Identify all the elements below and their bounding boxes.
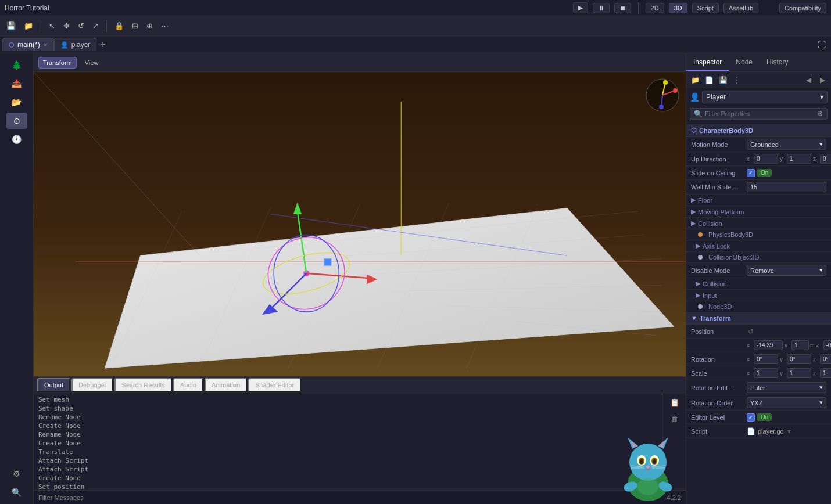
viewport[interactable]: Perspective: [34, 72, 686, 376]
scale-value: x y z: [747, 368, 831, 378]
filter-input[interactable]: [705, 110, 815, 117]
log-line-3: Rename Node: [38, 413, 658, 422]
view-button[interactable]: View: [80, 57, 103, 69]
bottom-icon-2[interactable]: 🗑: [668, 412, 682, 426]
disable-mode-dropdown[interactable]: Remove ▾: [747, 265, 826, 276]
inspector-tab-history[interactable]: History: [760, 55, 795, 71]
inspector-toolbar: 📁 📄 💾 ⋮ ◀ ▶: [686, 72, 831, 88]
maximize-button[interactable]: ⛶: [815, 38, 829, 51]
editor-level-checkbox[interactable]: ✓: [747, 413, 755, 422]
floor-section[interactable]: ▶ Floor: [686, 195, 831, 206]
rot-y-input[interactable]: [787, 354, 811, 364]
position-reset[interactable]: ↺: [747, 327, 755, 336]
tab-animation[interactable]: Animation: [205, 378, 247, 392]
wall-min-slide-row: Wall Min Slide ...: [686, 180, 831, 195]
pos-y-input[interactable]: [791, 340, 809, 350]
collision-section[interactable]: ▶ Collision: [686, 218, 831, 229]
toolbar-lock[interactable]: 🔒: [112, 20, 127, 32]
toolbar-group[interactable]: ⊞: [129, 20, 141, 32]
tab-add-button[interactable]: +: [96, 39, 109, 50]
input-sub-section[interactable]: ▶ Input: [686, 290, 831, 301]
insp-btn-back[interactable]: ◀: [802, 74, 815, 87]
node3d-section[interactable]: Node3D: [686, 301, 831, 312]
up-x-input[interactable]: [754, 154, 778, 164]
mode-2d-button[interactable]: 2D: [646, 3, 664, 13]
scale-x-input[interactable]: [754, 368, 778, 378]
search-panel-button[interactable]: 🔍: [6, 484, 27, 501]
axis-lock-section[interactable]: ▶ Axis Lock: [686, 240, 831, 252]
scale-z-input[interactable]: [820, 368, 831, 378]
physics-dot: [698, 232, 703, 237]
node-button[interactable]: ⊙: [6, 113, 27, 129]
import-button[interactable]: 📥: [6, 75, 27, 92]
transform-button[interactable]: Transform: [38, 57, 77, 69]
up-z-input[interactable]: [820, 154, 831, 164]
transform-section[interactable]: ▼ Transform: [686, 312, 831, 325]
up-y-input[interactable]: [787, 154, 811, 164]
settings-button[interactable]: ⚙: [6, 466, 27, 482]
assetlib-button[interactable]: AssetLib: [723, 3, 758, 13]
tab-audio[interactable]: Audio: [173, 378, 203, 392]
toolbar-snap[interactable]: ⊕: [144, 20, 156, 32]
node-dropdown[interactable]: Player ▾: [702, 91, 828, 103]
tab-player[interactable]: 👤 player: [54, 38, 97, 51]
tab-output[interactable]: Output: [37, 378, 70, 392]
insp-btn-more[interactable]: ⋮: [730, 74, 743, 87]
pos-x-input[interactable]: [754, 340, 783, 350]
insp-btn-folder[interactable]: 📁: [689, 74, 701, 87]
toolbar-rotate[interactable]: ↺: [75, 20, 87, 32]
scale-x-label: x: [747, 370, 753, 376]
tab-main[interactable]: ⬡ main(*) ✕: [2, 38, 54, 51]
insp-btn-forward[interactable]: ▶: [816, 74, 829, 87]
rot-z-input[interactable]: [820, 354, 831, 364]
tab-debugger[interactable]: Debugger: [71, 378, 113, 392]
insp-btn-file[interactable]: 📄: [703, 74, 715, 87]
scale-z-label: z: [813, 370, 819, 376]
app-title: Horror Tutorial: [5, 4, 49, 12]
toolbar-open[interactable]: 📁: [21, 20, 36, 32]
tab-search-results[interactable]: Search Results: [114, 378, 172, 392]
moving-platform-section[interactable]: ▶ Moving Platform: [686, 206, 831, 218]
collision-sub-section[interactable]: ▶ Collision: [686, 278, 831, 290]
collision-object-section[interactable]: CollisionObject3D: [686, 252, 831, 263]
motion-mode-dropdown[interactable]: Grounded ▾: [747, 139, 826, 150]
collision-sub-icon: ▶: [696, 280, 700, 287]
toolbar-more[interactable]: ⋯: [158, 20, 171, 32]
play-button[interactable]: ▶: [573, 2, 588, 13]
inspector-tab-inspector[interactable]: Inspector: [686, 55, 729, 71]
tab-shader-editor[interactable]: Shader Editor: [248, 378, 301, 392]
pos-z-label: z: [816, 342, 822, 348]
filter-bar: 🔍 ⚙: [690, 108, 828, 120]
script-button[interactable]: Script: [692, 3, 719, 13]
toolbar-save[interactable]: 💾: [3, 20, 19, 32]
toolbar-select[interactable]: ↖: [46, 20, 58, 32]
scene-tree-button[interactable]: 🌲: [6, 57, 27, 73]
up-direction-row: Up Direction x y z: [686, 152, 831, 166]
slide-ceiling-checkbox[interactable]: ✓: [747, 169, 755, 177]
wall-min-slide-input[interactable]: [747, 182, 826, 192]
stop-button[interactable]: ⏹: [614, 3, 631, 13]
collision-expand-icon: ▶: [691, 219, 696, 227]
filter-settings-icon[interactable]: ⚙: [817, 110, 823, 118]
toolbar-scale[interactable]: ⤢: [89, 20, 102, 32]
rotation-edit-dropdown[interactable]: Euler ▾: [747, 382, 826, 393]
history-button[interactable]: 🕐: [6, 131, 27, 147]
tab-main-close[interactable]: ✕: [43, 42, 48, 48]
bottom-icon-1[interactable]: 📋: [668, 395, 682, 409]
pos-z-input[interactable]: [823, 340, 832, 350]
physics-body-section[interactable]: PhysicsBody3D: [686, 229, 831, 240]
character-body-section[interactable]: ⬡ CharacterBody3D: [686, 124, 831, 137]
pause-button[interactable]: ⏸: [593, 3, 610, 13]
mode-3d-button[interactable]: 3D: [669, 3, 687, 13]
insp-btn-save[interactable]: 💾: [717, 74, 729, 87]
wall-min-slide-value: [747, 182, 826, 192]
script-dropdown-btn[interactable]: ▾: [786, 427, 792, 435]
filesystem-button[interactable]: 📂: [6, 94, 27, 110]
scale-y-input[interactable]: [787, 368, 811, 378]
toolbar-move[interactable]: ✥: [60, 20, 73, 32]
inspector-tab-node[interactable]: Node: [729, 55, 760, 71]
log-line-10: Create Node: [38, 474, 658, 483]
rot-x-input[interactable]: [754, 354, 778, 364]
rotation-order-dropdown[interactable]: YXZ ▾: [747, 397, 826, 408]
compatibility-button[interactable]: Compatibility: [779, 3, 826, 13]
